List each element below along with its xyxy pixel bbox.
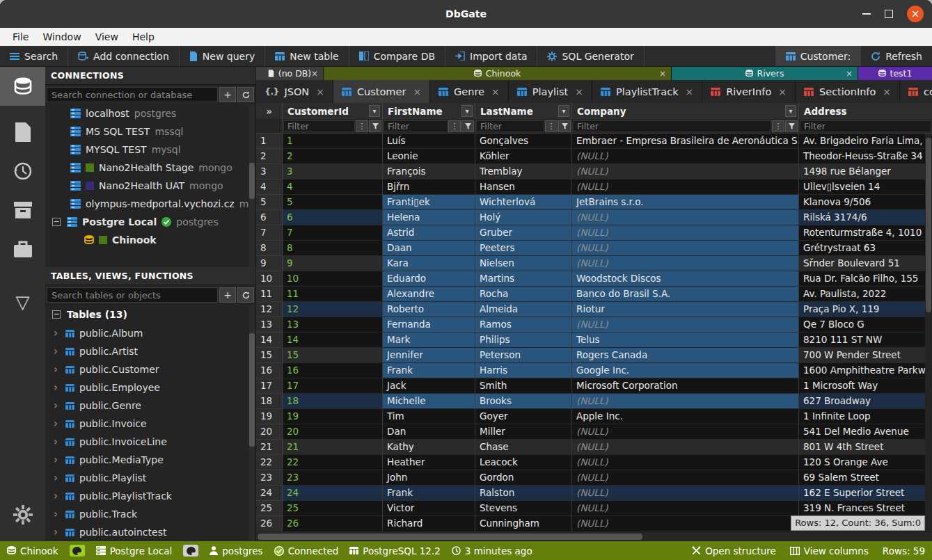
current-tab-context[interactable]: Customer: [775,46,861,66]
cell[interactable]: (NULL) [572,179,799,195]
cell[interactable]: Wichterlová [475,195,572,210]
table-tree-item[interactable]: ›public.Album [45,324,255,342]
row-number[interactable]: 4 [256,179,283,195]
filter-input-address[interactable] [800,120,931,132]
cell[interactable]: 25 [283,501,383,516]
cell[interactable]: Stevens [475,501,572,516]
tab-json[interactable]: {.} JSON × [256,80,333,103]
cell[interactable]: Martins [475,271,572,287]
cell[interactable]: Frank [383,486,475,501]
cell[interactable]: (NULL) [572,225,799,241]
close-tab-icon[interactable]: × [491,86,500,97]
filter-input-customerid[interactable] [283,120,355,132]
filter-funnel-icon[interactable] [558,120,571,132]
chevron-right-icon[interactable]: › [54,508,61,520]
cell[interactable]: Jennifer [383,348,475,363]
cell[interactable]: Theodor-Heuss-Straße 34 [799,149,932,164]
column-menu-icon[interactable]: ⋮ [545,120,558,132]
cell[interactable]: Daan [383,241,475,256]
cell[interactable]: Grétrystraat 63 [799,241,932,256]
close-tab-icon[interactable]: × [883,86,891,97]
cell[interactable]: Praça Pio X, 119 [799,302,932,317]
table-tree-item[interactable]: ›public.MediaType [45,451,255,469]
row-number[interactable]: 18 [256,394,283,409]
tables-search-input[interactable] [47,287,218,303]
row-number[interactable]: 2 [256,149,283,164]
row-number[interactable]: 26 [256,516,283,531]
column-menu-icon[interactable]: ⋮ [448,120,461,132]
connection-item[interactable]: MS SQL TEST mssql [45,122,255,141]
filter-input-firstname[interactable] [384,120,448,132]
cell[interactable]: Tim [383,409,475,424]
cell[interactable]: 5 [283,195,383,210]
new-table-button[interactable]: New table [265,46,349,66]
add-table-button[interactable]: + [219,287,236,303]
table-tree-item[interactable]: ›public.Genre [45,397,255,415]
cell[interactable]: Philips [475,333,572,348]
cell[interactable]: 26 [283,516,383,531]
status-server[interactable]: Postgre Local [96,545,173,557]
filter-input-lastname[interactable] [476,120,544,132]
cell[interactable]: 801 W 4th Street [799,440,932,455]
column-header-customerid[interactable]: CustomerId▾ [283,103,383,119]
row-number[interactable]: 10 [256,271,283,287]
tab-sectioninfo[interactable]: SectionInfo × [796,80,900,103]
connection-item[interactable]: Nano2Health Stage mongo [45,159,255,177]
row-number[interactable]: 13 [256,317,283,333]
connection-item[interactable]: olympus-medportal.vychozi.cz mongo [45,195,255,213]
grid-horizontal-scrollbar[interactable] [256,531,932,541]
cell[interactable]: Google Inc. [572,363,799,378]
row-number[interactable]: 24 [256,486,283,501]
cell[interactable]: (NULL) [572,501,799,516]
cell[interactable]: (NULL) [572,149,799,164]
cell[interactable]: (NULL) [572,424,799,440]
cell[interactable]: Sřnder Boulevard 51 [799,256,932,271]
cell[interactable]: Gordon [475,470,572,486]
cell[interactable]: 541 Del Medio Avenue [799,424,932,440]
row-number[interactable]: 20 [256,424,283,440]
cell[interactable]: Ralston [475,486,572,501]
cell[interactable]: 9 [283,256,383,271]
cell[interactable]: Leacock [475,455,572,470]
chevron-right-icon[interactable]: › [54,345,61,358]
tab-collection[interactable]: collection [900,80,932,103]
compare-db-button[interactable]: Compare DB [349,46,445,66]
close-tab-icon[interactable]: × [575,86,583,97]
cell[interactable]: Jack [383,378,475,394]
row-number[interactable]: 8 [256,241,283,256]
status-database[interactable]: Chinook [7,545,58,557]
cell[interactable]: 700 W Pender Street [799,348,932,363]
cell[interactable]: Banco do Brasil S.A. [572,287,799,302]
menu-window[interactable]: Window [35,31,88,42]
cell[interactable]: 22 [283,455,383,470]
refresh-button[interactable]: Refresh [861,46,932,66]
cell[interactable]: Frank [383,363,475,378]
cell[interactable]: (NULL) [572,241,799,256]
cell[interactable]: Gonçalves [475,134,572,149]
connections-scrollbar[interactable] [249,104,255,267]
row-number[interactable]: 17 [256,378,283,394]
cell[interactable]: Victor [383,501,475,516]
cell[interactable]: Helena [383,210,475,225]
cell[interactable]: 69 Salem Street [799,470,932,486]
expand-columns-button[interactable]: » [256,103,283,119]
cell[interactable]: Astrid [383,225,475,241]
table-tree-item[interactable]: ›public.InvoiceLine [45,433,255,451]
row-number[interactable]: 6 [256,210,283,225]
chevron-right-icon[interactable]: › [54,472,61,484]
connection-item[interactable]: MYSQL TEST mysql [45,141,255,159]
close-group-icon[interactable]: × [311,69,318,79]
cell[interactable]: (NULL) [572,486,799,501]
rail-settings-button[interactable] [0,495,45,534]
cell[interactable]: Woodstock Discos [572,271,799,287]
chevron-down-icon[interactable]: ▾ [785,105,796,117]
add-connection-button[interactable]: Add connection [68,46,180,66]
tab-playlist[interactable]: Playlist × [509,80,592,103]
chevron-right-icon[interactable]: › [54,363,61,376]
row-number[interactable]: 3 [256,164,283,179]
cell[interactable]: (NULL) [572,516,799,531]
menu-help[interactable]: Help [125,31,161,42]
database-color-badge[interactable] [70,545,85,557]
chevron-right-icon[interactable]: › [54,526,61,538]
tab-customer[interactable]: Customer × [333,80,430,103]
